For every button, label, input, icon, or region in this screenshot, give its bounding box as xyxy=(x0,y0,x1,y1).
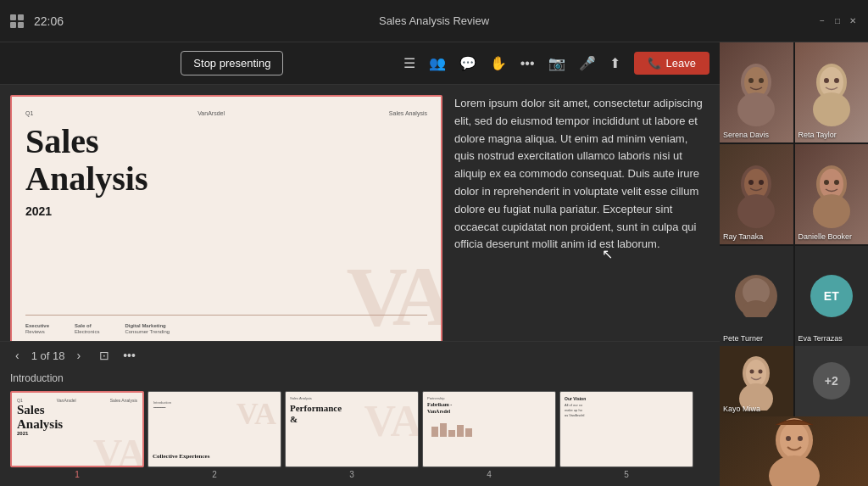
presenter-strip xyxy=(720,416,868,487)
svg-point-29 xyxy=(786,436,791,441)
title-bar-left: 22:06 xyxy=(10,14,64,28)
video-grid: Serena Davis Reta Taylor xyxy=(720,42,868,346)
grid-icon[interactable] xyxy=(10,14,24,28)
close-button[interactable]: ✕ xyxy=(848,16,858,26)
svg-point-31 xyxy=(769,455,820,486)
svg-point-18 xyxy=(834,180,839,185)
svg-point-12 xyxy=(748,180,754,185)
svg-point-30 xyxy=(798,436,803,441)
minimize-button[interactable]: − xyxy=(817,16,827,26)
thumbnail-1[interactable]: Q1VanArsdelSales Analysis SalesAnalysis … xyxy=(10,391,144,479)
danielle-video-bg xyxy=(795,144,869,244)
svg-point-7 xyxy=(824,78,829,83)
kayo-name: Kayo Miwa xyxy=(723,405,760,413)
participant-panel: Serena Davis Reta Taylor xyxy=(720,42,868,486)
svg-point-17 xyxy=(824,180,829,185)
danielle-face xyxy=(806,160,857,228)
participant-video-kayo: Kayo Miwa xyxy=(720,346,793,416)
pete-avatar xyxy=(735,275,777,317)
presenter-bg xyxy=(720,416,868,487)
serena-face xyxy=(731,59,782,126)
video-icon[interactable]: 📷 xyxy=(548,55,565,71)
ray-video-bg xyxy=(720,144,793,244)
thumb-num-3: 3 xyxy=(349,470,354,479)
mic-icon[interactable]: 🎤 xyxy=(579,55,596,71)
section-label: Introduction xyxy=(0,369,720,386)
slide-preview: Q1 VanArsdel Sales Analysis Sales Analys… xyxy=(10,95,442,341)
main-area: Stop presenting ☰ 👥 💬 ✋ ••• 📷 🎤 ⬆ 📞 Leav… xyxy=(0,42,868,486)
presenter-face xyxy=(760,416,828,487)
eva-name: Eva Terrazas xyxy=(798,334,843,343)
thumb-num-4: 4 xyxy=(487,470,492,479)
next-slide-button[interactable]: › xyxy=(71,347,86,364)
reactions-icon[interactable]: ✋ xyxy=(490,55,507,71)
ray-face xyxy=(731,160,782,228)
slide-main-title: Sales Analysis xyxy=(25,123,427,198)
svg-point-4 xyxy=(737,92,775,126)
stop-presenting-button[interactable]: Stop presenting xyxy=(181,51,283,75)
slide-controls: ‹ 1 of 18 › ⊡ ••• xyxy=(0,341,720,369)
thumb-img-5: Our Vision All of our comake up hoas Van… xyxy=(559,391,693,467)
more-slide-options-icon[interactable]: ••• xyxy=(123,349,136,362)
thumbnail-5[interactable]: Our Vision All of our comake up hoas Van… xyxy=(559,391,693,479)
title-bar: 22:06 Sales Analysis Review − □ ✕ xyxy=(0,0,868,42)
thumb-collective-title: Collective Experiences xyxy=(153,453,209,460)
pete-video-bg xyxy=(720,246,793,346)
svg-point-23 xyxy=(746,360,766,387)
top-controls-bar: Stop presenting ☰ 👥 💬 ✋ ••• 📷 🎤 ⬆ 📞 Leav… xyxy=(0,42,720,85)
footer-item-1: Executive Reviews xyxy=(25,323,49,334)
bottom-video-row: Kayo Miwa +2 xyxy=(720,346,868,416)
slide-view: Q1 VanArsdel Sales Analysis Sales Analys… xyxy=(0,85,720,341)
presentation-area: Stop presenting ☰ 👥 💬 ✋ ••• 📷 🎤 ⬆ 📞 Leav… xyxy=(0,42,720,486)
reta-face xyxy=(806,59,857,126)
danielle-name: Danielle Booker xyxy=(798,232,853,241)
leave-label: Leave xyxy=(666,57,696,70)
svg-point-24 xyxy=(749,370,754,374)
window-title: Sales Analysis Review xyxy=(379,14,489,27)
thumbnail-4[interactable]: Partnership Fabrikam -VanArsdel 4 xyxy=(422,391,556,479)
reta-video-bg xyxy=(795,42,869,142)
participant-video-ray: Ray Tanaka xyxy=(720,144,793,244)
meeting-controls: ☰ 👥 💬 ✋ ••• 📷 🎤 ⬆ 📞 Leave xyxy=(403,52,709,75)
pete-face-avatar xyxy=(739,275,773,317)
thumb-bars xyxy=(427,420,551,437)
extra-count-badge: +2 xyxy=(813,362,850,399)
footer-item-2: Sale of Electronics xyxy=(75,323,99,334)
people-icon[interactable]: 👥 xyxy=(429,55,446,71)
slide-year: 2021 xyxy=(25,204,427,218)
ray-name: Ray Tanaka xyxy=(723,232,763,241)
thumb-img-1: Q1VanArsdelSales Analysis SalesAnalysis … xyxy=(10,391,144,467)
thumb-img-3: Sales Analysis Performance& VA xyxy=(285,391,419,467)
svg-point-9 xyxy=(813,92,850,126)
svg-point-14 xyxy=(737,194,775,228)
svg-point-25 xyxy=(758,370,762,374)
chat-icon[interactable]: 💬 xyxy=(459,55,476,71)
thumbnail-2[interactable]: VA Introduction ━━━━━━━ Collective Exper… xyxy=(147,391,281,479)
participant-video-eva: ET Eva Terrazas xyxy=(795,246,869,346)
slide-watermark: VA xyxy=(346,254,442,339)
more-icon[interactable]: ••• xyxy=(520,56,535,71)
phone-icon: 📞 xyxy=(648,57,661,70)
share-icon[interactable]: ⬆ xyxy=(609,55,620,71)
thumb-fabrik-title: Fabrikam -VanArsdel xyxy=(427,402,551,416)
participants-icon[interactable]: ☰ xyxy=(403,55,415,71)
prev-slide-button[interactable]: ‹ xyxy=(10,347,25,364)
thumb-img-4: Partnership Fabrikam -VanArsdel xyxy=(422,391,556,467)
participant-video-serena: Serena Davis xyxy=(720,42,793,142)
leave-button[interactable]: 📞 Leave xyxy=(634,52,709,75)
thumbnail-strip: Q1VanArsdelSales Analysis SalesAnalysis … xyxy=(0,386,720,486)
thumbnail-3[interactable]: Sales Analysis Performance& VA 3 xyxy=(285,391,419,479)
thumb-num-5: 5 xyxy=(624,470,629,479)
serena-video-bg xyxy=(720,42,793,142)
thumb-num-2: 2 xyxy=(212,470,217,479)
fit-slide-icon[interactable]: ⊡ xyxy=(99,349,109,362)
thumb-img-2: VA Introduction ━━━━━━━ Collective Exper… xyxy=(147,391,281,467)
maximize-button[interactable]: □ xyxy=(832,16,843,26)
svg-point-21 xyxy=(743,300,770,317)
participant-extra: +2 xyxy=(795,346,869,416)
pete-name: Pete Turner xyxy=(723,334,763,343)
slide-footer: Executive Reviews Sale of Electronics Di… xyxy=(25,323,170,334)
kayo-face xyxy=(733,351,780,411)
reta-name: Reta Taylor xyxy=(798,131,837,139)
slide-notes: Lorem ipsum dolor sit amet, consectetur … xyxy=(454,95,709,331)
